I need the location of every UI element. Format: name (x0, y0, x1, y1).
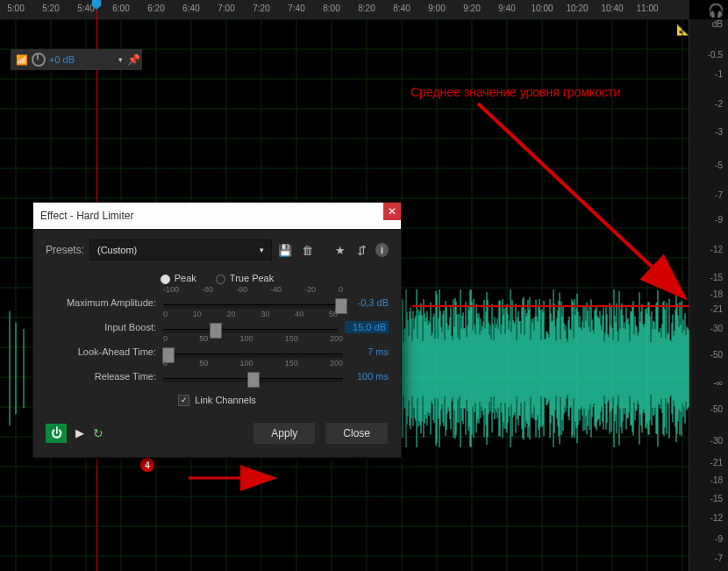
apply-button[interactable]: Apply (253, 422, 316, 445)
peak-mode-row: Peak True Peak (46, 273, 389, 284)
chevron-down-icon: ▾ (260, 246, 264, 254)
effect-dialog: Effect - Hard Limiter ✕ Presets: (Custom… (32, 202, 402, 458)
dialog-titlebar[interactable]: Effect - Hard Limiter ✕ (33, 203, 401, 229)
timeline-ruler[interactable]: 5:005:205:406:006:206:407:007:207:408:00… (0, 0, 689, 20)
pin-button[interactable]: 📌 (125, 49, 142, 70)
timeline-tick: 7:20 (253, 4, 269, 13)
db-tick: -15 (710, 494, 723, 503)
db-tick: -30 (710, 324, 723, 333)
headphones-icon[interactable]: 🎧 (708, 3, 724, 18)
release-slider[interactable]: 050100150200 (163, 370, 343, 382)
db-tick: -5 (715, 161, 723, 170)
timeline-tick: 10:40 (601, 4, 623, 13)
link-channels-label: Link Channels (195, 395, 256, 405)
db-tick: -0.5 (708, 50, 723, 60)
db-tick: -12 (710, 513, 723, 523)
db-tick: -15 (710, 273, 723, 282)
track-gain-bar[interactable]: 📶 +0 dB ▾ (11, 49, 128, 70)
input-boost-slider[interactable]: 01020304050 (163, 321, 338, 333)
db-tick: -2 (715, 99, 723, 109)
timeline-tick: 6:00 (112, 4, 129, 13)
close-icon: ✕ (388, 205, 396, 218)
db-tick: -9 (715, 215, 723, 225)
truepeak-radio[interactable]: True Peak (216, 273, 274, 284)
annotation-redline (412, 305, 689, 307)
close-footer-button[interactable]: Close (325, 422, 389, 445)
db-tick: -9 (715, 534, 723, 544)
settings-icon[interactable]: ⇵ (353, 241, 370, 259)
play-button[interactable]: ▶ (75, 426, 84, 439)
db-tick: -30 (710, 436, 723, 446)
db-tick: -7 (715, 190, 723, 200)
timeline-tick: 5:00 (7, 4, 24, 13)
db-scale: dB -0.5-1-2-3-5-7-9-12-15-18-21-30-50-∞-… (689, 19, 728, 571)
db-tick: -18 (710, 289, 723, 299)
db-tick: -∞ (714, 378, 723, 388)
timeline-tick: 8:40 (393, 4, 410, 13)
db-header: dB (712, 19, 723, 29)
timeline-tick: 7:40 (288, 4, 304, 13)
db-tick: -21 (710, 458, 723, 468)
star-icon[interactable]: ★ (332, 241, 349, 259)
timeline-tick: 11:00 (636, 4, 658, 13)
annotation-badge-4: 4 (140, 458, 154, 472)
chevron-down-icon[interactable]: ▾ (118, 55, 123, 64)
track-gain-value: +0 dB (49, 54, 75, 65)
db-tick: -50 (710, 350, 723, 360)
db-tick: -7 (715, 553, 723, 563)
slider-thumb[interactable] (247, 372, 260, 388)
timeline-tick: 9:20 (463, 4, 480, 13)
db-tick: -12 (710, 245, 723, 254)
loop-button[interactable]: ↻ (93, 426, 103, 440)
param-release: Release Time: 050100150200 100 ms (46, 370, 389, 382)
db-tick: -3 (715, 127, 723, 137)
db-tick: -21 (710, 304, 723, 314)
timeline-tick: 6:20 (147, 4, 164, 13)
pan-icon (32, 53, 46, 67)
db-tick: -50 (710, 404, 723, 414)
timeline-tick: 9:00 (428, 4, 445, 13)
timeline-tick: 10:00 (531, 4, 553, 13)
volume-icon: 📶 (16, 54, 28, 66)
power-button[interactable]: ⏻ (46, 424, 67, 443)
param-lookahead: Look-Ahead Time: 050100150200 7 ms (46, 346, 389, 358)
db-tick: -1 (715, 69, 723, 79)
trash-icon[interactable]: 🗑 (299, 241, 316, 259)
timeline-tick: 8:20 (358, 4, 375, 13)
param-input-boost: Input Boost: 01020304050 15,0 dB (46, 321, 389, 333)
timeline-tick: 7:00 (218, 4, 234, 13)
db-tick: -18 (710, 475, 723, 485)
timeline-tick: 5:20 (42, 4, 59, 13)
timeline-tick: 9:40 (498, 4, 515, 13)
save-preset-icon[interactable]: 💾 (277, 241, 294, 259)
param-max-amplitude: Maximum Amplitude: -100-80-60-40-200 -0,… (46, 296, 389, 309)
info-icon[interactable]: i (375, 243, 389, 257)
presets-dropdown[interactable]: (Custom) ▾ (89, 239, 272, 261)
close-button[interactable]: ✕ (383, 203, 401, 220)
timeline-tick: 10:20 (566, 4, 588, 13)
timeline-tick: 8:00 (323, 4, 339, 13)
link-channels-checkbox[interactable]: ✓ (178, 395, 189, 406)
annotation-text: Среднее значение уровня громкости (410, 85, 620, 99)
peak-radio[interactable]: Peak (161, 273, 196, 284)
preset-value: (Custom) (97, 245, 137, 255)
dialog-title: Effect - Hard Limiter (40, 210, 133, 222)
timeline-tick: 6:40 (182, 4, 199, 13)
presets-label: Presets: (46, 244, 84, 256)
lookahead-slider[interactable]: 050100150200 (163, 346, 343, 358)
max-amp-slider[interactable]: -100-80-60-40-200 (163, 296, 343, 309)
